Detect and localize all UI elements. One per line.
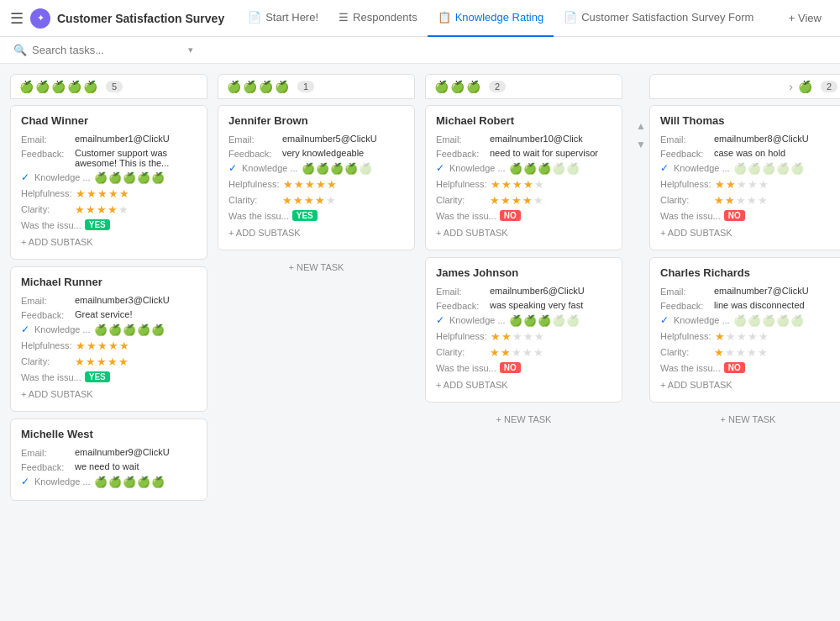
search-icon: 🔍 xyxy=(13,44,27,56)
card-name: Michael Runner xyxy=(21,276,197,288)
col-4-header: › 🍏 2 xyxy=(649,74,840,99)
tab-knowledge-icon: 📋 xyxy=(438,11,451,24)
check-icon: ✓ xyxy=(660,314,669,326)
col-2-apples: 🍏🍏🍏🍏 xyxy=(227,80,289,93)
new-task-btn[interactable]: + NEW TASK xyxy=(649,409,840,429)
column-1: 🍏🍏🍏🍏🍏 5 Chad Winner Email: emailnumber1@… xyxy=(10,74,207,604)
card-jennifer-brown: Jennifer Brown Email: emailnumber5@Click… xyxy=(218,105,415,250)
helpfulness-label: Helpfulness: xyxy=(21,187,72,198)
card-name: Chad Winner xyxy=(21,114,197,127)
card-clarity-row: Clarity: ★★★★★ xyxy=(21,203,197,216)
hamburger-menu[interactable]: ☰ xyxy=(10,9,24,28)
card-name: Will Thomas xyxy=(660,114,836,127)
clarity-label: Clarity: xyxy=(21,203,71,214)
col-4-left-arrow[interactable]: › xyxy=(789,80,793,93)
card-name: Jennifer Brown xyxy=(228,114,404,127)
tab-start[interactable]: 📄 Start Here! xyxy=(238,0,328,37)
card-feedback-row: Feedback: Customer support was awesome! … xyxy=(21,148,197,168)
check-icon: ✓ xyxy=(21,171,29,183)
card-michael-runner: Michael Runner Email: emailnumber3@Click… xyxy=(10,266,207,412)
check-icon: ✓ xyxy=(21,324,29,335)
search-bar: 🔍 ▾ xyxy=(0,37,840,64)
card-chad-winner: Chad Winner Email: emailnumber1@ClickU F… xyxy=(10,105,207,260)
add-subtask-btn[interactable]: + ADD SUBTASK xyxy=(228,224,404,241)
issue-badge: NO xyxy=(724,210,745,221)
scroll-up-arrow[interactable]: ▲ xyxy=(636,120,646,132)
add-subtask-btn[interactable]: + ADD SUBTASK xyxy=(660,224,836,241)
card-will-thomas: Will Thomas Email: emailnumber8@ClickU F… xyxy=(649,105,840,250)
col-3-apples: 🍏🍏🍏 xyxy=(434,80,480,93)
issue-badge: NO xyxy=(500,362,521,373)
tab-form[interactable]: 📄 Customer Satisfaction Survey Form xyxy=(554,0,764,37)
tab-form-label: Customer Satisfaction Survey Form xyxy=(581,11,753,24)
add-subtask-btn[interactable]: + ADD SUBTASK xyxy=(436,224,612,241)
card-charles-richards: Charles Richards Email: emailnumber7@Cli… xyxy=(649,257,840,403)
check-icon: ✓ xyxy=(21,476,29,487)
check-icon: ✓ xyxy=(436,314,444,326)
board: 🍏🍏🍏🍏🍏 5 Chad Winner Email: emailnumber1@… xyxy=(0,64,840,614)
card-name: Michelle West xyxy=(21,428,197,440)
tab-knowledge[interactable]: 📋 Knowledge Rating xyxy=(428,0,554,37)
add-subtask-btn[interactable]: + ADD SUBTASK xyxy=(660,376,836,393)
issue-badge: YES xyxy=(292,210,318,221)
check-icon: ✓ xyxy=(228,162,237,174)
new-task-btn[interactable]: + NEW TASK xyxy=(218,257,415,277)
issue-badge: NO xyxy=(724,362,745,373)
card-knowledge-row: ✓ Knowledge ... 🍏🍏🍏🍏🍏 xyxy=(21,171,197,184)
check-icon: ✓ xyxy=(436,162,444,174)
new-task-btn[interactable]: + NEW TASK xyxy=(425,409,622,429)
check-icon: ✓ xyxy=(660,162,669,174)
col-3-cards: Michael Robert Email: emailnumber10@Clic… xyxy=(425,100,622,604)
col-1-count: 5 xyxy=(106,81,123,92)
column-3: 🍏🍏🍏 2 Michael Robert Email: emailnumber1… xyxy=(425,74,622,604)
issue-label: Was the issu... xyxy=(21,219,81,230)
col-1-cards: Chad Winner Email: emailnumber1@ClickU F… xyxy=(10,100,207,604)
search-dropdown-icon[interactable]: ▾ xyxy=(188,45,193,55)
card-name: Charles Richards xyxy=(660,266,836,279)
scroll-down-arrow[interactable]: ▼ xyxy=(636,139,646,150)
col-1-apples: 🍏🍏🍏🍏🍏 xyxy=(19,80,97,93)
knowledge-stars: 🍏🍏🍏🍏🍏 xyxy=(94,171,165,184)
navbar: ☰ ✦ Customer Satisfaction Survey 📄 Start… xyxy=(0,0,840,37)
col-4-cards: Will Thomas Email: emailnumber8@ClickU F… xyxy=(649,100,840,604)
col-2-count: 1 xyxy=(297,81,314,92)
feedback-value: Customer support was awesome! This is th… xyxy=(75,148,197,168)
tab-respondents-label: Respondents xyxy=(353,11,417,24)
email-value: emailnumber1@ClickU xyxy=(75,134,197,144)
app-title: Customer Satisfaction Survey xyxy=(57,12,224,25)
issue-badge: YES xyxy=(85,219,110,230)
col-2-header: 🍏🍏🍏🍏 1 xyxy=(218,74,415,99)
helpfulness-stars: ★★★★★ xyxy=(76,187,129,200)
card-email-row: Email: emailnumber1@ClickU xyxy=(21,134,197,145)
card-michelle-west: Michelle West Email: emailnumber9@ClickU… xyxy=(10,418,207,501)
card-name: James Johnson xyxy=(436,266,612,279)
tab-form-icon: 📄 xyxy=(564,11,577,24)
add-subtask-btn[interactable]: + ADD SUBTASK xyxy=(21,234,197,250)
tab-start-icon: 📄 xyxy=(248,11,261,24)
tab-respondents[interactable]: ☰ Respondents xyxy=(328,0,428,37)
column-2: 🍏🍏🍏🍏 1 Jennifer Brown Email: emailnumber… xyxy=(218,74,415,604)
column-4: › 🍏 2 Will Thomas Email: emailnumber8@Cl… xyxy=(649,74,840,604)
tab-respondents-icon: ☰ xyxy=(339,11,349,24)
add-subtask-btn[interactable]: + ADD SUBTASK xyxy=(436,376,612,393)
tab-start-label: Start Here! xyxy=(265,11,318,24)
col-1-header: 🍏🍏🍏🍏🍏 5 xyxy=(10,74,207,99)
col-3-header: 🍏🍏🍏 2 xyxy=(425,74,622,99)
col-3-count: 2 xyxy=(489,81,506,92)
card-helpfulness-row: Helpfulness: ★★★★★ xyxy=(21,187,197,200)
card-issue-row: Was the issu... YES xyxy=(21,219,197,230)
nav-tabs: 📄 Start Here! ☰ Respondents 📋 Knowledge … xyxy=(238,0,764,37)
card-michael-robert: Michael Robert Email: emailnumber10@Clic… xyxy=(425,105,622,250)
col-4-apples: 🍏 xyxy=(798,80,812,93)
search-input[interactable] xyxy=(32,44,183,56)
feedback-label: Feedback: xyxy=(21,148,71,159)
issue-badge: YES xyxy=(85,371,110,382)
email-label: Email: xyxy=(21,134,71,145)
view-button[interactable]: + View xyxy=(780,12,830,24)
col-4-count: 2 xyxy=(821,81,837,92)
tab-knowledge-label: Knowledge Rating xyxy=(455,11,544,24)
card-james-johnson: James Johnson Email: emailnumber6@ClickU… xyxy=(425,257,622,403)
knowledge-label: Knowledge ... xyxy=(34,171,91,182)
app-logo: ✦ xyxy=(30,8,50,29)
add-subtask-btn[interactable]: + ADD SUBTASK xyxy=(21,386,197,403)
